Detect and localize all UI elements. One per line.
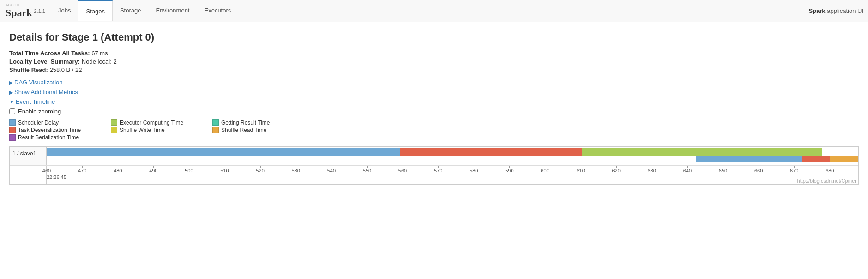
timeline-link[interactable]: ▼Event Timeline bbox=[9, 98, 55, 105]
axis-tick-line bbox=[118, 166, 118, 168]
axis-tick-line bbox=[260, 166, 261, 168]
app-title: Spark application UI bbox=[808, 7, 863, 14]
nav-link-environment[interactable]: Environment bbox=[149, 0, 197, 20]
nav-item-environment[interactable]: Environment bbox=[149, 0, 197, 21]
nav-link-storage[interactable]: Storage bbox=[113, 0, 149, 20]
legend-color-swatch bbox=[9, 134, 16, 141]
nav-link-jobs[interactable]: Jobs bbox=[51, 0, 78, 20]
page-title: Details for Stage 1 (Attempt 0) bbox=[9, 31, 859, 43]
axis-tick-line bbox=[438, 166, 439, 168]
legend-label: Shuffle Read Time bbox=[221, 127, 267, 133]
axis-tick-line bbox=[509, 166, 510, 168]
axis-tick-label: 640 bbox=[683, 168, 692, 173]
nav-item-jobs[interactable]: Jobs bbox=[51, 0, 78, 21]
axis-tick-line bbox=[403, 166, 403, 168]
navbar: APACHE Spark 2.1.1 Jobs Stages Storage E… bbox=[0, 0, 868, 22]
axis-tick-label: 650 bbox=[719, 168, 727, 173]
bar-segment bbox=[400, 148, 583, 156]
nav-links: Jobs Stages Storage Environment Executor… bbox=[51, 0, 238, 21]
bar-segment bbox=[47, 148, 400, 156]
total-time-value: 67 ms bbox=[91, 50, 108, 57]
timeline-row: 1 / slave1 bbox=[10, 147, 858, 166]
nav-item-storage[interactable]: Storage bbox=[113, 0, 149, 21]
axis-tick-line bbox=[794, 166, 795, 168]
summary-section: Total Time Across All Tasks: 67 ms Local… bbox=[9, 50, 859, 73]
axis-tick-line bbox=[723, 166, 723, 168]
spark-logo: APACHE Spark 2.1.1 bbox=[5, 3, 42, 19]
axis-tick-label: 550 bbox=[363, 168, 371, 173]
axis-tick-label: 660 bbox=[754, 168, 763, 173]
axis-ticks: 4604704804905005105205305405505605705805… bbox=[47, 166, 858, 184]
axis-tick-line bbox=[296, 166, 296, 168]
main-content: Details for Stage 1 (Attempt 0) Total Ti… bbox=[0, 22, 868, 194]
app-title-text: application UI bbox=[827, 7, 863, 14]
axis-tick-line bbox=[545, 166, 545, 168]
legend-label: Result Serialization Time bbox=[18, 134, 79, 141]
locality-label: Locality Level Summary: bbox=[9, 58, 80, 65]
sub-bar-segment bbox=[830, 156, 858, 162]
axis-tick-label: 500 bbox=[185, 168, 193, 173]
dag-link-text: DAG Visualization bbox=[14, 79, 63, 86]
dag-link[interactable]: ▶DAG Visualization bbox=[9, 79, 63, 86]
legend-item: Result Serialization Time bbox=[9, 134, 111, 141]
axis-tick-label: 520 bbox=[256, 168, 264, 173]
nav-item-stages[interactable]: Stages bbox=[78, 0, 112, 21]
legend-label: Getting Result Time bbox=[221, 119, 270, 126]
nav-link-executors[interactable]: Executors bbox=[197, 0, 238, 20]
legend-label: Task Deserialization Time bbox=[18, 127, 81, 133]
metrics-link-section: ▶Show Additional Metrics bbox=[9, 89, 859, 95]
axis-tick-line bbox=[225, 166, 225, 168]
axis-tick-line bbox=[687, 166, 688, 168]
timeline-arrow-icon: ▼ bbox=[9, 99, 14, 105]
legend-item: Executor Computing Time bbox=[111, 119, 212, 126]
axis-tick-line bbox=[830, 166, 830, 168]
legend-label: Scheduler Delay bbox=[18, 119, 59, 126]
axis-tick-label: 600 bbox=[541, 168, 549, 173]
axis-tick-label: 470 bbox=[78, 168, 86, 173]
bar-segment bbox=[582, 148, 822, 156]
axis-tick-line bbox=[759, 166, 759, 168]
total-time-row: Total Time Across All Tasks: 67 ms bbox=[9, 50, 859, 57]
locality-value: Node local: 2 bbox=[82, 58, 117, 65]
spark-brand-text: Spark bbox=[6, 7, 32, 19]
legend-item: Task Deserialization Time bbox=[9, 127, 111, 133]
nav-item-executors[interactable]: Executors bbox=[197, 0, 238, 21]
legend-color-swatch bbox=[111, 127, 117, 133]
axis-tick-label: 580 bbox=[470, 168, 478, 173]
axis-tick-line bbox=[367, 166, 368, 168]
axis-tick-line bbox=[581, 166, 581, 168]
axis-tick-label: 540 bbox=[327, 168, 336, 173]
axis-tick-line bbox=[82, 166, 83, 168]
row-label: 1 / slave1 bbox=[10, 147, 47, 165]
nav-link-stages[interactable]: Stages bbox=[78, 0, 112, 21]
timeline-link-section: ▼Event Timeline bbox=[9, 98, 859, 105]
metrics-link[interactable]: ▶Show Additional Metrics bbox=[9, 89, 78, 95]
legend-color-swatch bbox=[9, 119, 16, 126]
dag-link-section: ▶DAG Visualization bbox=[9, 79, 859, 86]
axis-tick-line bbox=[474, 166, 474, 168]
shuffle-read-value: 258.0 B / 22 bbox=[49, 66, 82, 73]
axis-tick-line bbox=[652, 166, 652, 168]
legend-label: Executor Computing Time bbox=[120, 119, 183, 126]
total-time-label: Total Time Across All Tasks: bbox=[9, 50, 90, 57]
axis-tick-label: 480 bbox=[114, 168, 122, 173]
enable-zooming-checkbox[interactable] bbox=[9, 108, 15, 114]
legend-item: Shuffle Read Time bbox=[212, 127, 314, 133]
row-bars bbox=[47, 147, 858, 165]
app-name-bold: Spark bbox=[808, 7, 825, 14]
axis-tick-line bbox=[189, 166, 189, 168]
sub-bar-segment bbox=[696, 156, 802, 162]
enable-zooming-label: Enable zooming bbox=[18, 108, 61, 115]
timeline-link-text: Event Timeline bbox=[16, 98, 55, 105]
axis-tick-line bbox=[332, 166, 332, 168]
axis-tick-label: 490 bbox=[149, 168, 157, 173]
axis-tick-label: 680 bbox=[826, 168, 834, 173]
axis-tick-label: 670 bbox=[790, 168, 798, 173]
axis-row: 4604704804905005105205305405505605705805… bbox=[10, 166, 858, 184]
legend-color-swatch bbox=[212, 119, 219, 126]
legend-color-swatch bbox=[111, 119, 117, 126]
axis-tick-line bbox=[616, 166, 617, 168]
axis-time-label: 22:26:45 bbox=[47, 174, 66, 180]
legend-label: Shuffle Write Time bbox=[120, 127, 165, 133]
legend: Scheduler DelayExecutor Computing TimeGe… bbox=[9, 119, 859, 141]
